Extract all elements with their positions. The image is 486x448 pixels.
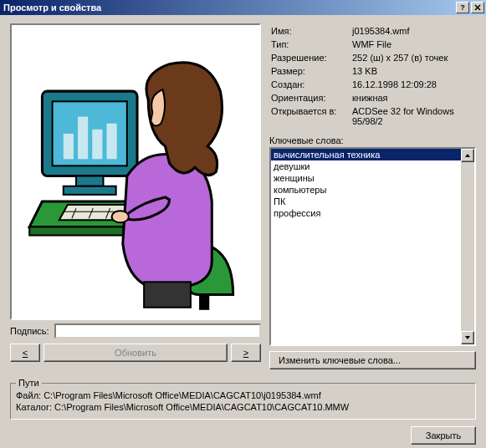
svg-rect-7 xyxy=(64,186,116,195)
svg-rect-5 xyxy=(107,124,117,160)
scroll-up-button[interactable] xyxy=(461,149,474,162)
properties-table: Имя:j0195384.wmf Тип:WMF File Разрешение… xyxy=(269,23,476,129)
prop-res-value: 252 (ш) x 257 (в) точек xyxy=(352,52,474,64)
close-window-button[interactable] xyxy=(471,2,484,13)
list-item[interactable]: женщины xyxy=(271,172,474,184)
window-title: Просмотр и свойства xyxy=(2,3,454,13)
paths-group: Пути Файл: C:\Program Files\Microsoft Of… xyxy=(10,383,476,420)
caption-label: Подпись: xyxy=(10,326,49,336)
close-button[interactable]: Закрыть xyxy=(411,426,476,445)
next-button[interactable]: > xyxy=(231,344,261,362)
prop-opens-label: Открывается в: xyxy=(271,105,350,127)
keywords-listbox[interactable]: вычислительная техника девушки женщины к… xyxy=(269,147,476,346)
svg-rect-4 xyxy=(92,130,102,160)
list-item[interactable]: девушки xyxy=(271,160,474,172)
svg-rect-3 xyxy=(78,117,88,160)
prop-opens-value: ACDSee 32 for Windows 95/98/2 xyxy=(352,105,474,127)
list-item[interactable]: вычислительная техника xyxy=(271,149,474,160)
edit-keywords-button[interactable]: Изменить ключевые слова... xyxy=(269,351,476,369)
svg-rect-14 xyxy=(199,295,209,310)
titlebar: Просмотр и свойства ? xyxy=(0,0,486,15)
prop-size-value: 13 KB xyxy=(352,65,474,77)
update-button[interactable]: Обновить xyxy=(43,344,228,362)
prop-created-label: Создан: xyxy=(271,79,350,90)
prop-size-label: Размер: xyxy=(271,65,350,77)
list-item[interactable]: профессия xyxy=(271,207,474,219)
clipart-image xyxy=(17,30,254,313)
keywords-label: Ключевые слова: xyxy=(269,135,476,145)
catalog-path-label: Каталог: xyxy=(16,402,52,412)
prev-button[interactable]: < xyxy=(10,344,40,362)
prop-res-label: Разрешение: xyxy=(271,52,350,64)
prop-created-value: 16.12.1998 12:09:28 xyxy=(352,79,474,90)
preview-pane xyxy=(10,23,261,320)
chevron-up-icon xyxy=(465,154,470,157)
catalog-path-value: C:\Program Files\Microsoft Office\MEDIA\… xyxy=(54,402,349,412)
prop-type-label: Тип: xyxy=(271,38,350,50)
svg-rect-6 xyxy=(76,176,103,186)
svg-rect-16 xyxy=(144,282,191,307)
close-icon xyxy=(474,4,481,11)
prop-name-value: j0195384.wmf xyxy=(352,25,474,37)
file-path-value: C:\Program Files\Microsoft Office\MEDIA\… xyxy=(43,390,321,400)
scroll-down-button[interactable] xyxy=(461,331,474,344)
list-item[interactable]: компьютеры xyxy=(271,184,474,196)
prop-orient-value: книжная xyxy=(352,92,474,104)
prop-name-label: Имя: xyxy=(271,25,350,37)
help-button[interactable]: ? xyxy=(456,2,469,13)
prop-orient-label: Ориентация: xyxy=(271,92,350,104)
prop-type-value: WMF File xyxy=(352,38,474,50)
paths-legend: Пути xyxy=(16,378,42,388)
caption-input[interactable] xyxy=(54,323,261,339)
file-path-label: Файл: xyxy=(16,390,41,400)
list-item[interactable]: ПК xyxy=(271,196,474,207)
chevron-down-icon xyxy=(465,336,470,339)
svg-rect-2 xyxy=(64,134,74,159)
scrollbar[interactable] xyxy=(461,149,474,344)
svg-point-15 xyxy=(112,211,129,222)
